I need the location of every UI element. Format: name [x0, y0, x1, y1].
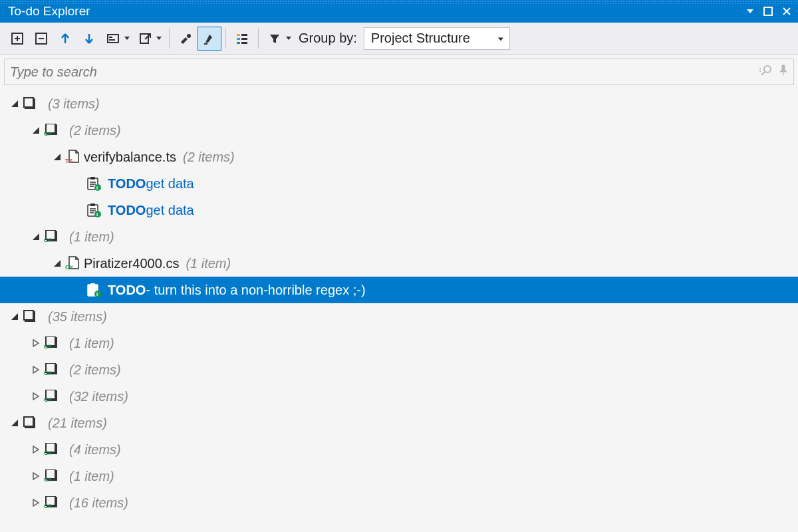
- prev-button[interactable]: [53, 27, 77, 51]
- svg-text:i: i: [96, 185, 98, 191]
- tree-row[interactable]: C#(1 item): [0, 330, 798, 356]
- csproj-icon: C#: [43, 336, 60, 350]
- settings-button[interactable]: [174, 27, 198, 51]
- groupby-label: Group by:: [299, 31, 357, 46]
- item-count: (2 items): [183, 150, 235, 165]
- svg-rect-4: [109, 37, 112, 38]
- twisty-expanded-icon[interactable]: [29, 233, 43, 241]
- twisty-collapsed-icon[interactable]: [29, 392, 43, 400]
- todo-icon: i: [85, 283, 102, 297]
- tree-row[interactable]: (3 items): [0, 90, 798, 117]
- toolbar-separator: [169, 29, 170, 49]
- filter-button[interactable]: [263, 27, 287, 51]
- titlebar-texture: [0, 0, 798, 4]
- toolbar: Group by: Project Structure: [0, 23, 798, 55]
- chevron-down-icon: [497, 31, 504, 46]
- expand-all-button[interactable]: [5, 27, 29, 51]
- svg-text:C#: C#: [44, 343, 52, 350]
- window-dropdown-icon[interactable]: [746, 7, 754, 15]
- svg-text:C#: C#: [44, 503, 52, 509]
- svg-text:TS: TS: [65, 158, 73, 164]
- twisty-expanded-icon[interactable]: [8, 313, 21, 321]
- tree-row[interactable]: C#(1 item): [0, 223, 798, 250]
- solution-icon: [21, 416, 39, 430]
- item-count: (2 items): [69, 123, 121, 138]
- item-count: (1 item): [69, 469, 114, 484]
- tsfile-icon: TS: [64, 150, 81, 164]
- todo-text: get data: [146, 176, 194, 192]
- next-button[interactable]: [77, 27, 101, 51]
- title-bar: To-do Explorer: [0, 0, 798, 23]
- item-count: (1 item): [69, 336, 114, 351]
- svg-rect-9: [237, 38, 240, 40]
- tree-row[interactable]: iTODO get data: [0, 170, 798, 197]
- svg-text:C#: C#: [44, 450, 52, 456]
- svg-text:C#: C#: [44, 130, 52, 137]
- tree-row[interactable]: iTODO - turn this into a non-horrible re…: [0, 277, 798, 303]
- todo-text: - turn this into a non-horrible regex ;-…: [146, 283, 365, 298]
- item-count: (2 items): [69, 362, 121, 378]
- svg-rect-3: [108, 35, 118, 43]
- tree-row[interactable]: C#Piratizer4000.cs(1 item): [0, 250, 798, 277]
- toolbar-separator: [258, 29, 259, 49]
- tree-row[interactable]: C#(2 items): [0, 356, 798, 383]
- tree-row[interactable]: (21 items): [0, 410, 798, 436]
- collapse-all-button[interactable]: [29, 27, 53, 51]
- export-button[interactable]: [133, 27, 157, 51]
- solution-icon: [21, 97, 39, 110]
- tree-row[interactable]: TSverifybalance.ts(2 items): [0, 144, 798, 170]
- groupby-select[interactable]: Project Structure: [364, 27, 510, 50]
- twisty-expanded-icon[interactable]: [51, 259, 64, 267]
- twisty-expanded-icon[interactable]: [8, 419, 21, 427]
- twisty-collapsed-icon[interactable]: [29, 472, 43, 480]
- window-controls: [746, 7, 791, 16]
- svg-rect-0: [764, 7, 772, 15]
- tree-row[interactable]: C#(1 item): [0, 463, 798, 489]
- todo-text: get data: [146, 203, 194, 218]
- window-maximize-icon[interactable]: [763, 7, 773, 16]
- twisty-expanded-icon[interactable]: [8, 100, 21, 108]
- tree-row[interactable]: C#(32 items): [0, 383, 798, 410]
- twisty-expanded-icon[interactable]: [51, 153, 64, 161]
- csproj-icon: C#: [43, 230, 60, 243]
- svg-rect-6: [140, 34, 148, 43]
- todo-icon: i: [85, 176, 102, 191]
- twisty-collapsed-icon[interactable]: [29, 446, 43, 454]
- window-title: To-do Explorer: [8, 4, 90, 19]
- svg-rect-33: [90, 283, 95, 286]
- svg-rect-12: [241, 42, 247, 44]
- highlight-button[interactable]: [198, 27, 221, 51]
- tree-row[interactable]: iTODO get data: [0, 197, 798, 223]
- item-count: (4 items): [69, 442, 121, 458]
- tree-row[interactable]: C#(4 items): [0, 436, 798, 463]
- todo-tag: TODO: [108, 176, 146, 192]
- csproj-icon: C#: [43, 390, 60, 403]
- svg-rect-37: [24, 311, 33, 320]
- twisty-collapsed-icon[interactable]: [29, 339, 43, 347]
- toolbar-separator: [225, 29, 226, 49]
- svg-text:i: i: [96, 291, 98, 297]
- tree-row[interactable]: C#(2 items): [0, 117, 798, 144]
- solution-icon: [21, 310, 39, 323]
- csproj-icon: C#: [43, 496, 60, 509]
- preview-button[interactable]: [101, 27, 125, 51]
- svg-rect-48: [24, 417, 33, 426]
- tree-row[interactable]: (35 items): [0, 303, 798, 330]
- svg-text:C#: C#: [44, 237, 52, 243]
- twisty-collapsed-icon[interactable]: [29, 499, 43, 507]
- search-bar: [4, 59, 794, 85]
- item-count: (3 items): [48, 96, 100, 112]
- csproj-icon: C#: [43, 469, 60, 483]
- twisty-collapsed-icon[interactable]: [29, 366, 43, 374]
- window-close-icon[interactable]: [782, 7, 791, 16]
- search-input[interactable]: [10, 65, 753, 80]
- tree-row[interactable]: C#(16 items): [0, 489, 798, 516]
- twisty-expanded-icon[interactable]: [29, 126, 43, 134]
- groupby-value: Project Structure: [371, 31, 470, 46]
- pin-icon[interactable]: [779, 65, 788, 80]
- item-count: (21 items): [48, 416, 107, 431]
- item-count: (1 item): [69, 229, 114, 245]
- csfile-icon: C#: [64, 256, 81, 271]
- categorize-button[interactable]: [230, 27, 254, 51]
- search-icon[interactable]: [759, 65, 773, 80]
